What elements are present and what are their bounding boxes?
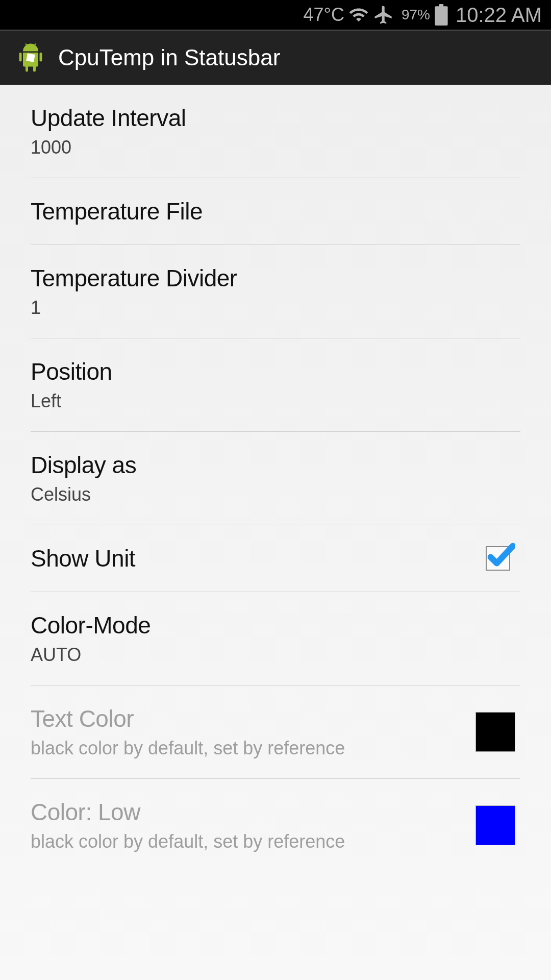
pref-update-interval[interactable]: Update Interval 1000 — [31, 85, 520, 178]
pref-color-mode[interactable]: Color-Mode AUTO — [31, 592, 520, 685]
pref-title: Temperature Divider — [31, 264, 520, 292]
statusbar-battery-percentage: 97% — [402, 7, 430, 23]
pref-text-color[interactable]: Text Color black color by default, set b… — [31, 685, 520, 779]
pref-temperature-file[interactable]: Temperature File — [31, 178, 520, 245]
pref-title: Position — [31, 358, 520, 385]
battery-icon — [434, 4, 448, 26]
pref-color-low[interactable]: Color: Low black color by default, set b… — [31, 779, 520, 857]
pref-summary: 1000 — [31, 137, 520, 158]
pref-title: Text Color — [31, 705, 475, 732]
pref-summary: black color by default, set by reference — [31, 831, 475, 852]
text-color-swatch[interactable] — [475, 712, 515, 752]
color-low-swatch[interactable] — [475, 805, 515, 845]
statusbar-temperature: 47°C — [304, 4, 344, 26]
pref-temperature-divider[interactable]: Temperature Divider 1 — [31, 245, 520, 338]
pref-title: Show Unit — [31, 545, 486, 572]
status-bar: 47°C 97% 10:22 AM — [0, 0, 551, 30]
pref-summary: AUTO — [31, 644, 520, 666]
pref-summary: 1 — [31, 297, 520, 318]
svg-rect-2 — [19, 53, 22, 62]
app-action-bar: CpuTemp in Statusbar — [0, 30, 551, 85]
pref-title: Display as — [31, 451, 520, 479]
wifi-icon — [348, 5, 369, 25]
pref-title: Update Interval — [31, 104, 520, 132]
svg-rect-6 — [26, 53, 35, 62]
pref-summary: Celsius — [31, 484, 520, 505]
statusbar-clock: 10:22 AM — [456, 4, 542, 27]
pref-summary: Left — [31, 390, 520, 412]
pref-summary: black color by default, set by reference — [31, 738, 475, 759]
svg-rect-3 — [40, 53, 42, 62]
pref-title: Temperature File — [31, 198, 520, 225]
pref-title: Color: Low — [31, 798, 475, 826]
pref-title: Color-Mode — [31, 611, 520, 639]
airplane-mode-icon — [373, 4, 394, 26]
svg-rect-1 — [439, 4, 443, 7]
svg-rect-0 — [435, 6, 447, 26]
app-icon — [15, 42, 46, 73]
pref-display-as[interactable]: Display as Celsius — [31, 432, 520, 525]
pref-position[interactable]: Position Left — [31, 338, 520, 432]
pref-show-unit[interactable]: Show Unit — [31, 525, 520, 592]
settings-list: Update Interval 1000 Temperature File Te… — [0, 85, 551, 857]
app-title: CpuTemp in Statusbar — [58, 45, 280, 70]
show-unit-checkbox[interactable] — [486, 546, 510, 571]
